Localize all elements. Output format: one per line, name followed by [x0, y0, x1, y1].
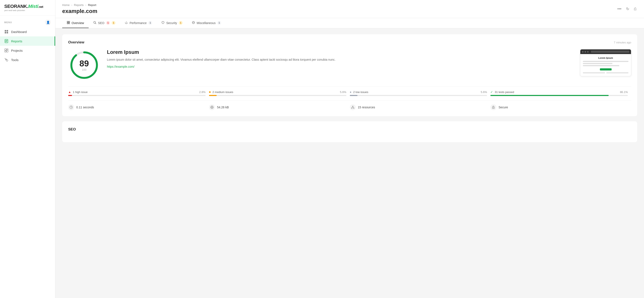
- tab-security-label: Security: [166, 21, 177, 25]
- dashboard-icon: [4, 29, 8, 34]
- passed-bar: [490, 95, 609, 96]
- tools-label: Tools: [11, 58, 18, 62]
- high-issue-bar-wrap: [68, 95, 206, 96]
- svg-line-37: [353, 107, 354, 108]
- svg-line-20: [96, 23, 96, 24]
- preview-line-2: [583, 63, 612, 64]
- preview-line-3: [583, 65, 619, 66]
- breadcrumb-home[interactable]: Home: [62, 3, 70, 6]
- stat-size: 54.26 kB: [209, 104, 350, 110]
- sidebar-item-tools[interactable]: Tools: [0, 55, 55, 64]
- high-issue-icon: ▲: [68, 90, 71, 94]
- breadcrumb: Home › Reports › Report: [62, 3, 97, 6]
- sidebar-item-dashboard[interactable]: Dashboard: [0, 27, 55, 36]
- high-issue-percent: 2.8%: [199, 90, 206, 94]
- bottom-stats: 0.11 seconds 54.26 kB: [68, 100, 631, 110]
- svg-point-23: [193, 22, 193, 23]
- tab-performance[interactable]: Performance 1: [120, 18, 157, 28]
- logo-net: .net: [38, 5, 43, 8]
- stat-size-label: 54.26 kB: [217, 106, 229, 109]
- browser-dot-2: [584, 51, 586, 52]
- stat-medium: ■ 2 medium issues 5.6%: [209, 90, 350, 96]
- refresh-button[interactable]: ↻: [625, 6, 630, 12]
- tab-security[interactable]: Security 1: [157, 18, 187, 28]
- stat-low-header: ● 2 low issues 5.6%: [350, 90, 487, 94]
- stats-row: ▲ 1 high issue 2.8% ■ 2 medium issues 5.…: [68, 86, 631, 96]
- svg-rect-18: [68, 23, 70, 24]
- medium-issue-label: 2 medium issues: [212, 90, 233, 94]
- last-updated: 7 minutes ago: [614, 41, 631, 44]
- user-icon[interactable]: 👤: [45, 19, 51, 25]
- stat-resources-label: 15 resources: [358, 106, 375, 109]
- score-circle: 89 100: [68, 49, 100, 81]
- overview-header: Overview 7 minutes ago: [68, 40, 631, 44]
- svg-rect-0: [5, 30, 6, 31]
- sidebar-item-reports[interactable]: Reports: [0, 36, 55, 46]
- medium-issue-icon: ■: [209, 90, 211, 94]
- preview-line-1: [583, 61, 628, 62]
- svg-rect-9: [6, 49, 8, 50]
- size-icon: [209, 104, 215, 110]
- breadcrumb-sep2: ›: [86, 3, 86, 6]
- tab-seo[interactable]: SEO 1 1: [88, 18, 120, 28]
- seo-header: SEO: [68, 127, 631, 132]
- score-value: 89: [80, 59, 89, 68]
- tab-miscellaneous[interactable]: Miscellaneous 1: [187, 18, 226, 28]
- logo-seorank: SEORANK.: [4, 3, 28, 9]
- passed-bar-wrap: [490, 95, 628, 96]
- score-numbers: 89 100: [80, 59, 89, 71]
- seo-tab-icon: [93, 21, 96, 25]
- svg-point-24: [193, 22, 194, 23]
- stat-medium-header: ■ 2 medium issues 5.6%: [209, 90, 346, 94]
- sidebar-item-projects[interactable]: Projects: [0, 46, 55, 55]
- breadcrumb-reports[interactable]: Reports: [74, 3, 84, 6]
- performance-badge: 1: [148, 21, 152, 25]
- svg-point-25: [194, 22, 194, 23]
- svg-point-39: [493, 107, 494, 108]
- misc-badge: 1: [217, 21, 221, 25]
- nav-list: Dashboard Reports: [0, 27, 55, 64]
- stat-high-header: ▲ 1 high issue 2.8%: [68, 90, 206, 94]
- stat-time-label: 0.11 seconds: [76, 106, 94, 109]
- page-title: example.com: [62, 8, 97, 14]
- seo-badge-yellow: 1: [112, 21, 116, 25]
- svg-line-36: [352, 107, 353, 108]
- medium-issue-bar: [209, 95, 217, 96]
- site-url[interactable]: https://example.com/: [107, 65, 134, 68]
- tab-performance-label: Performance: [130, 21, 146, 25]
- top-bar: Home › Reports › Report example.com ••• …: [56, 0, 644, 18]
- preview-line-sm-2: [606, 72, 628, 73]
- logo-subtitle: yeni nesil web çözümleri: [4, 9, 51, 11]
- preview-url-bar: [591, 51, 629, 53]
- svg-point-33: [352, 106, 353, 107]
- passed-percent: 86.1%: [620, 90, 628, 94]
- performance-tab-icon: [125, 21, 128, 25]
- security-badge: 1: [179, 21, 182, 25]
- stat-passed-header: ✓ 31 tests passed 86.1%: [490, 90, 628, 94]
- tab-overview[interactable]: Overview: [62, 18, 88, 28]
- svg-rect-16: [68, 21, 70, 22]
- svg-rect-15: [67, 21, 68, 22]
- logo-area: SEORANK.Misti.net yeni nesil web çözümle…: [0, 0, 55, 15]
- overview-main: 89 100 Lorem Ipsum Lorem ipsum dolor sit…: [68, 49, 631, 81]
- top-bar-actions: ••• ↻ ⎙: [616, 6, 637, 12]
- menu-label: MENU: [4, 21, 12, 24]
- browser-bar: [580, 49, 631, 54]
- high-issue-bar: [68, 95, 72, 96]
- overview-text: Lorem ipsum dolor sit amet, consectetur …: [107, 57, 573, 62]
- svg-point-13: [6, 60, 8, 61]
- low-issue-percent: 5.6%: [481, 90, 487, 94]
- low-issue-label: 2 low issues: [353, 90, 368, 94]
- stat-time: 0.11 seconds: [68, 104, 209, 110]
- main-content: Home › Reports › Report example.com ••• …: [56, 0, 644, 298]
- projects-icon: [4, 48, 8, 52]
- security-tab-icon: [162, 21, 164, 25]
- tabs-bar: Overview SEO 1 1 Performance 1: [56, 18, 644, 28]
- more-options-button[interactable]: •••: [616, 6, 622, 12]
- menu-header: MENU 👤: [0, 15, 55, 27]
- svg-rect-10: [5, 51, 6, 52]
- logo-misti: Misti: [28, 3, 38, 9]
- svg-point-34: [351, 108, 352, 109]
- browser-dot-1: [582, 51, 584, 52]
- print-button[interactable]: ⎙: [633, 6, 637, 12]
